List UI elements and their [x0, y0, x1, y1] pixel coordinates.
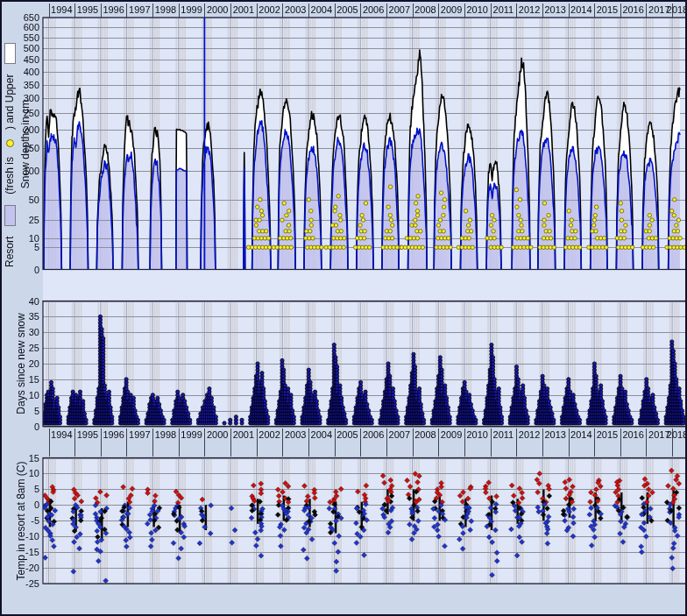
mid-year-label-1998: 1998 [155, 430, 176, 440]
snow-ytick-0: 0 [13, 266, 39, 275]
temp-ytick--10: -10 [13, 532, 39, 542]
top-year-label-2004: 2004 [311, 5, 332, 15]
temp-ytick-15: 15 [13, 454, 39, 464]
snow-ytick-550: 550 [13, 33, 39, 43]
top-year-label-2001: 2001 [233, 5, 254, 15]
top-year-label-1996: 1996 [103, 5, 124, 15]
temp-ytick--5: -5 [13, 516, 39, 526]
snow-ytick-25: 25 [13, 216, 39, 225]
snow-ytick-650: 650 [13, 13, 39, 23]
mid-year-label-2011: 2011 [493, 430, 514, 440]
snow-ytick-50: 50 [13, 195, 39, 205]
mid-year-label-1995: 1995 [77, 430, 98, 440]
temp-ytick-0: 0 [13, 500, 39, 510]
top-year-label-2016: 2016 [622, 5, 643, 15]
top-year-label-2008: 2008 [414, 5, 436, 15]
snow-ytick-250: 250 [13, 109, 39, 118]
snow-history-chart-page: Resort (fresh is ) and Upper Snow depths… [0, 0, 687, 616]
top-year-label-2000: 2000 [207, 5, 228, 15]
mid-year-label-2013: 2013 [544, 430, 565, 440]
top-year-label-2013: 2013 [544, 5, 565, 15]
mid-year-label-2001: 2001 [233, 430, 254, 440]
top-year-label-1999: 1999 [181, 5, 202, 15]
mid-year-label-2004: 2004 [311, 430, 332, 440]
temp-ytick-10: 10 [13, 469, 39, 478]
mid-year-label-2016: 2016 [622, 430, 643, 440]
top-year-label-2007: 2007 [389, 5, 410, 15]
mid-year-label-2002: 2002 [259, 430, 280, 440]
top-year-label-2011: 2011 [493, 5, 514, 15]
days-ytick-40: 40 [13, 297, 39, 307]
days-ytick-0: 0 [13, 422, 39, 432]
snow-ytick-400: 400 [13, 67, 39, 77]
snow-history-chart-canvas [2, 2, 687, 616]
days-ytick-30: 30 [13, 328, 39, 337]
snow-ytick-350: 350 [13, 81, 39, 90]
mid-year-label-2015: 2015 [597, 430, 618, 440]
top-year-label-2018: 2018 [667, 5, 687, 15]
mid-year-label-2007: 2007 [389, 430, 410, 440]
mid-year-label-2006: 2006 [363, 430, 384, 440]
top-year-label-2014: 2014 [570, 5, 591, 15]
snow-ytick-450: 450 [13, 55, 39, 65]
temp-ytick--20: -20 [13, 563, 39, 573]
days-ytick-5: 5 [13, 407, 39, 416]
days-ytick-15: 15 [13, 375, 39, 385]
temp-ytick--25: -25 [13, 579, 39, 589]
mid-year-label-2012: 2012 [519, 430, 540, 440]
mid-year-label-1997: 1997 [129, 430, 150, 440]
snow-ytick-600: 600 [13, 23, 39, 32]
top-year-label-1998: 1998 [155, 5, 176, 15]
snow-ytick-100: 100 [13, 166, 39, 176]
temp-ytick--15: -15 [13, 548, 39, 557]
top-year-label-2009: 2009 [441, 5, 462, 15]
top-year-label-1995: 1995 [77, 5, 98, 15]
mid-year-label-2010: 2010 [466, 430, 487, 440]
days-ytick-35: 35 [13, 312, 39, 322]
top-year-label-2010: 2010 [466, 5, 487, 15]
mid-year-label-2009: 2009 [441, 430, 462, 440]
top-year-label-2015: 2015 [597, 5, 618, 15]
mid-year-label-2018: 2018 [667, 430, 687, 440]
top-year-label-1997: 1997 [129, 5, 150, 15]
snow-ytick-150: 150 [13, 144, 39, 153]
mid-year-label-2005: 2005 [336, 430, 358, 440]
mid-year-label-2014: 2014 [570, 430, 591, 440]
mid-year-label-2003: 2003 [285, 430, 306, 440]
mid-year-label-1994: 1994 [51, 430, 72, 440]
days-ytick-10: 10 [13, 391, 39, 400]
snow-ytick-5: 5 [13, 243, 39, 252]
snow-ytick-10: 10 [13, 234, 39, 244]
snow-ytick-300: 300 [13, 94, 39, 103]
mid-year-label-2008: 2008 [414, 430, 436, 440]
top-year-label-2003: 2003 [285, 5, 306, 15]
snow-ytick-200: 200 [13, 125, 39, 135]
top-year-label-1994: 1994 [51, 5, 72, 15]
snow-ytick-500: 500 [13, 44, 39, 53]
mid-year-label-1999: 1999 [181, 430, 202, 440]
mid-year-label-2000: 2000 [207, 430, 228, 440]
top-year-label-2002: 2002 [259, 5, 280, 15]
days-ytick-20: 20 [13, 359, 39, 369]
top-year-label-2012: 2012 [519, 5, 540, 15]
mid-year-label-1996: 1996 [103, 430, 124, 440]
top-year-label-2006: 2006 [363, 5, 384, 15]
top-year-label-2005: 2005 [336, 5, 358, 15]
days-ytick-25: 25 [13, 343, 39, 353]
temp-ytick-5: 5 [13, 485, 39, 494]
